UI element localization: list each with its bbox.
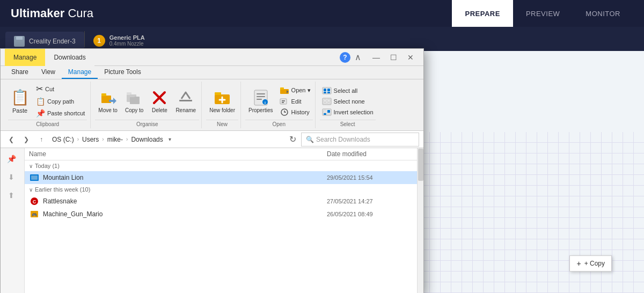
ribbon-tab-manage[interactable]: Manage bbox=[5, 49, 45, 66]
forward-button[interactable]: ❯ bbox=[20, 133, 33, 146]
group-today[interactable]: ∨ Today (1) bbox=[25, 160, 417, 171]
select-none-icon bbox=[322, 98, 332, 105]
properties-button[interactable]: i Properties bbox=[245, 87, 276, 116]
open-label: Open ▾ bbox=[291, 87, 311, 94]
paste-label: Paste bbox=[12, 107, 27, 114]
top-bar: Ultimaker Cura PREPARE PREVIEW MONITOR bbox=[0, 0, 644, 27]
machine-gun-mario-date: 26/05/2021 08:49 bbox=[327, 211, 413, 217]
new-folder-button[interactable]: New folder bbox=[206, 87, 238, 116]
svg-rect-18 bbox=[257, 93, 265, 94]
app-name-bold: Ultimaker bbox=[11, 6, 64, 20]
select-none-button[interactable]: Select none bbox=[320, 97, 376, 106]
pin-up-icon[interactable]: ⬆ bbox=[3, 187, 20, 204]
scrollbar-thumb[interactable] bbox=[418, 149, 423, 181]
svg-rect-8 bbox=[130, 97, 140, 104]
copy-to-icon bbox=[126, 89, 143, 106]
copy-path-icon: 📋 bbox=[36, 97, 45, 106]
nav-monitor[interactable]: MONITOR bbox=[573, 0, 633, 27]
group-earlier-label: Earlier this week (10) bbox=[35, 186, 90, 193]
refresh-button[interactable]: ↻ bbox=[286, 133, 299, 146]
help-button[interactable]: ? bbox=[340, 52, 350, 63]
crumb-mike[interactable]: mike- bbox=[105, 135, 125, 144]
machine-gun-mario-icon: 🎮 bbox=[29, 209, 40, 219]
ribbon-tabs: Share View Manage Picture Tools bbox=[1, 66, 423, 79]
open-button[interactable]: Open ▾ bbox=[277, 86, 313, 96]
select-all-button[interactable]: Select all bbox=[320, 86, 376, 96]
move-to-label: Move to bbox=[98, 107, 118, 114]
delete-button[interactable]: Delete bbox=[148, 87, 171, 116]
svg-rect-33 bbox=[324, 92, 326, 93]
ribbon-tab-picture[interactable]: Picture Tools bbox=[98, 66, 147, 79]
svg-rect-34 bbox=[327, 92, 330, 93]
paste-icon: 📋 bbox=[10, 88, 30, 107]
new-group: New folder New bbox=[204, 82, 241, 128]
ribbon: Share View Manage Picture Tools 📋 Paste bbox=[1, 66, 423, 131]
file-row-mountain-lion[interactable]: Mountain Lion 29/05/2021 15:54 bbox=[25, 171, 417, 184]
crumb-downloads[interactable]: Downloads bbox=[129, 135, 165, 144]
svg-rect-39 bbox=[327, 102, 330, 104]
top-nav: PREPARE PREVIEW MONITOR bbox=[452, 0, 633, 27]
machine-gun-mario-name: Machine_Gun_Mario bbox=[43, 210, 327, 218]
copy-to-button[interactable]: Copy to bbox=[122, 87, 147, 116]
scrollbar[interactable] bbox=[417, 148, 423, 293]
copy-label: + Copy bbox=[584, 260, 605, 267]
mountain-lion-icon bbox=[29, 173, 40, 182]
cut-label: Cut bbox=[45, 86, 54, 92]
select-group-label: Select bbox=[320, 120, 376, 127]
file-row-rattlesnake[interactable]: C Rattlesnake 27/05/2021 14:27 bbox=[25, 195, 417, 208]
title-bar: Manage Downloads ? ∧ — ☐ ✕ bbox=[1, 49, 423, 66]
cut-button[interactable]: ✂ Cut bbox=[34, 83, 87, 95]
crumb-os[interactable]: OS (C:) bbox=[50, 135, 76, 144]
paste-shortcut-button[interactable]: 📌 Paste shortcut bbox=[34, 108, 87, 119]
pin-down-icon[interactable]: ⬇ bbox=[3, 169, 20, 186]
copy-path-button[interactable]: 📋 Copy path bbox=[34, 96, 87, 107]
organise-group-buttons: Move to Copy to bbox=[95, 83, 199, 120]
side-panel: 📌 ⬇ ⬆ bbox=[1, 148, 25, 293]
organise-label: Organise bbox=[95, 120, 199, 127]
history-button[interactable]: History bbox=[277, 107, 313, 117]
nav-preview[interactable]: PREVIEW bbox=[513, 0, 573, 27]
mountain-lion-date: 29/05/2021 15:54 bbox=[327, 174, 413, 181]
history-label: History bbox=[291, 109, 310, 115]
copy-plus-icon: + bbox=[576, 259, 581, 268]
maximize-button[interactable]: ☐ bbox=[385, 49, 402, 66]
open-small-buttons: Open ▾ Edit History bbox=[277, 86, 313, 117]
up-button[interactable]: ↑ bbox=[35, 133, 48, 146]
file-row-machine-gun-mario[interactable]: 🎮 Machine_Gun_Mario 26/05/2021 08:49 bbox=[25, 208, 417, 221]
edit-button[interactable]: Edit bbox=[277, 97, 313, 106]
svg-marker-4 bbox=[113, 98, 116, 104]
rename-button[interactable]: Rename bbox=[172, 87, 199, 116]
delete-icon bbox=[151, 89, 168, 106]
path-dropdown-icon[interactable]: ▾ bbox=[169, 136, 171, 142]
quick-access-icon[interactable]: 📌 bbox=[3, 150, 20, 167]
ribbon-tab-view[interactable]: View bbox=[35, 66, 62, 79]
svg-rect-20 bbox=[257, 99, 262, 100]
col-date-header[interactable]: Date modified bbox=[327, 150, 413, 158]
nozzle-name: Generic PLA bbox=[109, 34, 145, 41]
ribbon-tab-downloads-title: Downloads bbox=[45, 49, 94, 66]
svg-rect-43 bbox=[324, 113, 326, 115]
clipboard-group-content: 📋 Paste ✂ Cut 📋 Copy path bbox=[8, 83, 87, 119]
close-button[interactable]: ✕ bbox=[402, 49, 419, 66]
col-name-header[interactable]: Name bbox=[29, 150, 327, 158]
search-box[interactable]: 🔍 Search Downloads bbox=[301, 133, 419, 146]
nav-prepare[interactable]: PREPARE bbox=[452, 0, 513, 27]
ribbon-collapse-icon[interactable]: ∧ bbox=[353, 52, 363, 62]
svg-rect-24 bbox=[280, 87, 284, 90]
chevron-2: › bbox=[102, 136, 104, 142]
crumb-users[interactable]: Users bbox=[80, 135, 101, 144]
back-button[interactable]: ❮ bbox=[5, 133, 18, 146]
minimize-button[interactable]: — bbox=[368, 49, 385, 66]
paste-button[interactable]: 📋 Paste bbox=[8, 86, 32, 116]
move-to-button[interactable]: Move to bbox=[95, 87, 121, 116]
invert-selection-button[interactable]: Invert selection bbox=[320, 107, 376, 117]
search-placeholder: Search Downloads bbox=[316, 136, 370, 143]
ribbon-tab-manage-active[interactable]: Manage bbox=[62, 66, 98, 79]
svg-rect-9 bbox=[130, 94, 135, 97]
ribbon-tab-share[interactable]: Share bbox=[5, 66, 35, 79]
rename-icon bbox=[177, 89, 194, 106]
new-folder-icon bbox=[214, 89, 231, 106]
svg-text:🎮: 🎮 bbox=[32, 212, 37, 217]
group-earlier[interactable]: ∨ Earlier this week (10) bbox=[25, 184, 417, 195]
svg-rect-14 bbox=[215, 92, 221, 95]
